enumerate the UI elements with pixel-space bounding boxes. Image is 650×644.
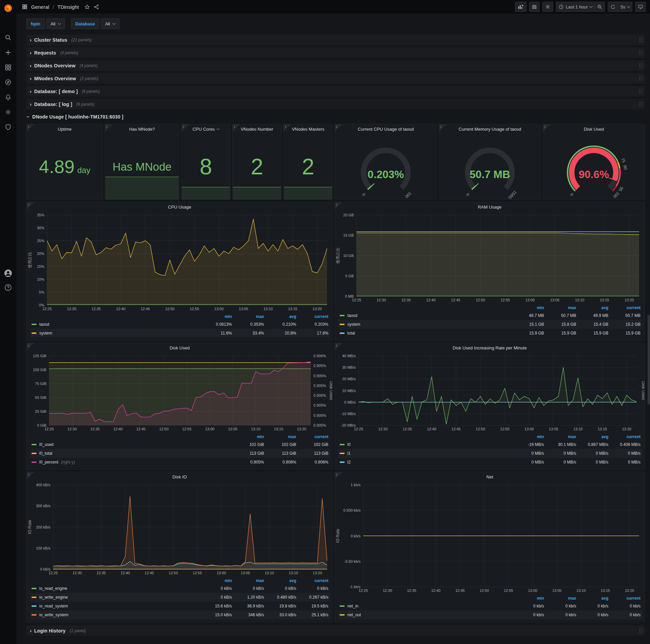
page-scrollbar[interactable] — [648, 315, 650, 405]
panel-title[interactable]: Disk Used Increasing Rate per Minute — [335, 343, 645, 352]
panel-title[interactable]: RAM Usage — [335, 202, 645, 212]
legend-series-toggle[interactable]: l0_percent(right-y) — [30, 460, 234, 465]
zoom-out-time-button[interactable] — [595, 2, 605, 12]
disk-used-chart[interactable]: 0 GiB25 GiB50 GiB75 GiB100 GiB125 GiB12:… — [27, 352, 332, 433]
search-icon[interactable] — [4, 34, 12, 41]
legend-series-toggle[interactable]: l2 — [338, 460, 514, 465]
panel-title[interactable]: Disk IO — [27, 472, 332, 481]
legend-header-cell[interactable]: avg — [578, 434, 610, 439]
add-panel-button[interactable] — [515, 2, 526, 12]
legend-header-cell[interactable]: min — [514, 434, 546, 439]
legend-header-cell[interactable]: avg — [266, 578, 298, 583]
legend-header-cell[interactable]: max — [546, 434, 578, 439]
legend-series-toggle[interactable]: io_read_engine — [30, 586, 202, 591]
legend-header-cell[interactable]: min — [514, 596, 546, 601]
legend-header-cell[interactable]: max — [266, 434, 298, 439]
legend-series-toggle[interactable]: taosd — [30, 322, 202, 327]
legend-header-cell[interactable]: current — [610, 305, 643, 310]
legend-header-cell[interactable]: min — [202, 578, 234, 583]
legend-series-toggle[interactable]: l0 — [338, 442, 514, 447]
legend-header-cell[interactable]: avg — [578, 305, 610, 310]
create-icon[interactable] — [4, 49, 12, 56]
panel-info-icon[interactable]: i — [439, 124, 447, 132]
panel-title[interactable]: Uptime — [27, 124, 103, 134]
cycle-view-mode-button[interactable] — [635, 2, 646, 12]
dashboard-title[interactable]: TDinsight — [58, 4, 79, 10]
row-drag-handle[interactable] — [639, 63, 643, 68]
row-cluster-status[interactable]: ›Cluster Status(21 panels) — [26, 35, 645, 45]
panel-info-icon[interactable]: i — [335, 124, 342, 132]
panel-info-icon[interactable]: i — [27, 343, 34, 350]
row-drag-handle[interactable] — [639, 37, 643, 42]
server-admin-icon[interactable] — [4, 123, 12, 131]
legend-series-toggle[interactable]: system — [338, 322, 514, 327]
panel-menu-icon[interactable] — [217, 127, 219, 130]
legend-header-cell[interactable]: current — [298, 314, 330, 319]
panel-title[interactable]: Current CPU Usage of taosd — [335, 124, 437, 134]
legend-header-cell[interactable]: min — [202, 314, 234, 319]
panel-info-icon[interactable]: i — [335, 202, 342, 210]
refresh-button[interactable] — [608, 2, 618, 12]
row-drag-handle[interactable] — [639, 102, 643, 107]
panel-info-icon[interactable]: i — [105, 124, 112, 132]
database-variable-select[interactable]: All — [101, 18, 119, 29]
legend-series-toggle[interactable]: io_read_system — [30, 604, 202, 608]
user-avatar[interactable] — [0, 269, 16, 277]
row-database-demo[interactable]: ›Database: [ demo ](6 panels) — [26, 86, 645, 96]
net-chart[interactable]: -1 kb/s-0.50 kb/s0 kb/s0.500 kb/s1 kb/s1… — [335, 481, 645, 594]
row-database-log[interactable]: ›Database: [ log ](6 panels) — [26, 99, 645, 109]
panel-info-icon[interactable]: i — [181, 124, 189, 132]
legend-header-cell[interactable]: max — [234, 314, 266, 319]
legend-header-cell[interactable]: avg — [578, 596, 610, 601]
panel-info-icon[interactable]: i — [335, 343, 342, 350]
configuration-icon[interactable] — [4, 108, 12, 116]
breadcrumb-folder[interactable]: General — [31, 4, 49, 10]
row-dnode-usage[interactable]: ›DNode Usage [ huolinhe-TM1701:6030 ] — [26, 112, 645, 122]
panel-title[interactable]: CPU Usage — [27, 202, 332, 212]
panel-info-icon[interactable]: i — [27, 124, 34, 132]
panel-info-icon[interactable]: i — [27, 202, 34, 210]
legend-series-toggle[interactable]: io_write_engine — [30, 595, 202, 600]
panel-info-icon[interactable]: i — [27, 472, 34, 479]
legend-header-cell[interactable]: avg — [266, 314, 298, 319]
disk-io-chart[interactable]: 0 kB/s100 kB/s200 kB/s300 kB/s400 kB/s12… — [27, 481, 332, 577]
save-dashboard-button[interactable] — [529, 2, 540, 12]
panel-info-icon[interactable]: i — [335, 472, 342, 479]
legend-series-toggle[interactable]: l0_total — [30, 451, 234, 456]
row-requests[interactable]: ›Requests(4 panels) — [26, 47, 645, 58]
fqdn-variable-select[interactable]: All — [46, 18, 65, 29]
legend-header-cell[interactable]: max — [546, 596, 578, 601]
panel-title[interactable]: Current Memory Usage of taosd — [439, 124, 541, 134]
dashboards-icon[interactable] — [4, 64, 12, 71]
legend-header-cell[interactable]: min — [514, 305, 546, 310]
disk-rate-chart[interactable]: -20 MB/s-10 MB/s0 MB/s10 MB/s20 MB/s30 M… — [335, 352, 645, 433]
panel-info-icon[interactable]: i — [284, 124, 291, 132]
panel-title[interactable]: Net — [335, 472, 645, 481]
legend-series-toggle[interactable]: system — [30, 331, 202, 336]
legend-series-toggle[interactable]: io_write_system — [30, 613, 202, 617]
legend-header-cell[interactable]: min — [234, 434, 266, 439]
time-range-picker[interactable]: Last 1 hour — [556, 2, 595, 12]
share-icon[interactable] — [93, 4, 99, 10]
legend-series-toggle[interactable]: total — [338, 331, 514, 336]
legend-header-cell[interactable]: max — [546, 305, 578, 310]
row-drag-handle[interactable] — [639, 76, 643, 81]
alerting-icon[interactable] — [4, 93, 12, 101]
panel-info-icon[interactable]: i — [233, 124, 240, 132]
legend-series-toggle[interactable]: net_out — [338, 613, 514, 617]
legend-series-toggle[interactable]: taosd — [338, 313, 514, 318]
grafana-logo[interactable] — [0, 0, 16, 16]
row-mnodes-overview[interactable]: ›MNodes Overview(2 panels) — [26, 73, 645, 84]
row-drag-handle[interactable] — [639, 628, 643, 633]
row-login-history[interactable]: ›Login History(1 panel) — [26, 625, 645, 636]
star-icon[interactable] — [84, 4, 90, 10]
cpu-usage-chart[interactable]: 0%5%10%15%20%25%30%35%12:2512:3012:3512:… — [27, 212, 332, 313]
panel-title[interactable]: Disk Used — [543, 124, 645, 134]
panel-title[interactable]: Has MNode? — [105, 124, 179, 134]
help-icon[interactable] — [0, 284, 16, 291]
refresh-interval-picker[interactable]: 5s — [618, 2, 632, 12]
row-drag-handle[interactable] — [639, 50, 643, 55]
ram-usage-chart[interactable]: 0 MB5 GB10 GB15 GB20 GB12:2512:3012:3512… — [335, 212, 645, 304]
legend-header-cell[interactable]: current — [298, 578, 330, 583]
legend-series-toggle[interactable]: l0_used — [30, 442, 234, 447]
